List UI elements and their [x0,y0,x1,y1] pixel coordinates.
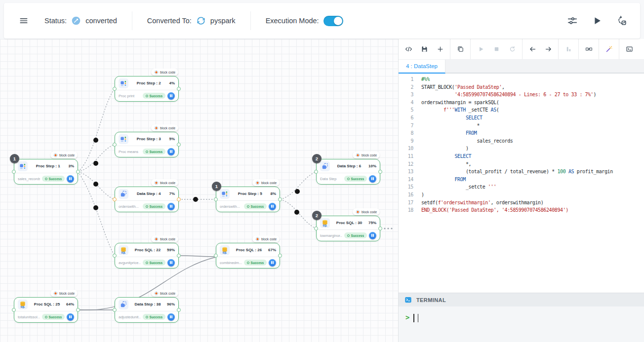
edge-midpoint-dot[interactable] [93,138,98,143]
input-connector[interactable] [113,197,117,201]
tab-datastep[interactable]: 4 : DataStep [399,60,445,74]
graph-canvas[interactable]: 1block codeProc Step : 13%sales_recordsS… [0,39,398,342]
code-editor[interactable]: 1#%%2START_BLOCK('Passed DataStep',3 '4:… [399,74,644,293]
block-code-badge[interactable]: block code [353,208,380,215]
input-connector[interactable] [113,143,117,147]
graph-node-38[interactable]: block codeData Step : 3896%adjustedunit.… [115,297,179,323]
graph-node-25[interactable]: block codeSQLProc SQL : 2564%totalunitss… [14,297,78,323]
block-code-badge[interactable]: block code [151,124,178,131]
block-code-badge[interactable]: block code [50,152,78,158]
output-connector[interactable] [177,308,181,312]
edge-midpoint-dot[interactable] [93,205,98,210]
node-action-button[interactable] [67,313,74,321]
tune-icon[interactable] [567,15,578,26]
code-line[interactable]: 18END_BLOCK('Passed DataStep', '4:585990… [399,206,644,214]
node-action-button[interactable] [269,203,276,210]
block-code-badge[interactable]: block code [151,69,178,76]
block-code-badge[interactable]: block code [151,179,178,186]
code-icon[interactable] [403,44,414,55]
edge-midpoint-dot[interactable] [294,210,299,215]
output-connector[interactable] [278,197,282,201]
input-connector[interactable] [113,308,117,312]
output-connector[interactable] [177,254,181,258]
graph-node-22[interactable]: block codeSQLProc SQL : 2259%avgunitpric… [115,243,179,268]
node-action-button[interactable] [369,175,376,183]
input-connector[interactable] [12,170,16,174]
code-line[interactable]: 11 SELECT [399,152,644,160]
input-connector[interactable] [214,254,218,258]
terminal-header[interactable]: TERMINAL [399,293,644,306]
code-line[interactable]: 6 SELECT [399,114,644,122]
input-connector[interactable] [113,254,117,258]
input-connector[interactable] [314,170,318,174]
graph-node-3[interactable]: block codeProc Step : 35%Proc meansSucce… [115,132,179,157]
block-code-badge[interactable]: block code [50,290,78,297]
copy-icon[interactable] [455,44,466,55]
graph-node-2[interactable]: block codeProc Step : 24%Proc printSucce… [115,76,179,102]
code-line[interactable]: 12 *, [399,160,644,168]
input-connector[interactable] [214,197,218,201]
code-line[interactable]: 4orderswithmargin = sparkSQL( [399,99,644,107]
code-line[interactable]: 14 FROM [399,176,644,184]
input-connector[interactable] [12,308,16,312]
block-code-badge[interactable]: block code [151,235,178,242]
execution-mode-toggle[interactable] [323,16,343,26]
code-line[interactable]: 16) [399,191,644,199]
output-connector[interactable] [378,227,382,230]
add-icon[interactable] [435,44,445,55]
block-code-badge[interactable]: block code [151,290,178,297]
edge-midpoint-dot[interactable] [93,161,98,166]
node-action-button[interactable] [167,259,175,266]
svg-text:SQL: SQL [322,225,327,227]
graph-node-30[interactable]: 2block codeSQLProc SQL : 3075%lowmargino… [316,216,380,241]
arrow-right-icon[interactable] [543,44,554,55]
code-line[interactable]: 15 _setcte ''' [399,183,644,191]
node-action-button[interactable] [369,232,376,239]
terminal-icon[interactable] [624,44,635,55]
menu-icon[interactable] [19,16,29,26]
graph-node-6[interactable]: 2block codeData Step : 610%Data StepSucc… [316,159,380,185]
output-connector[interactable] [378,170,382,174]
code-line[interactable]: 8 FROM [399,129,644,137]
output-connector[interactable] [76,308,80,312]
block-code-badge[interactable]: block code [252,179,280,186]
code-line[interactable]: 7 * [399,122,644,130]
output-connector[interactable] [177,87,181,91]
node-action-button[interactable] [167,148,175,155]
code-line[interactable]: 13 (total_profit / total_revenue) * 100 … [399,168,644,176]
input-connector[interactable] [314,227,318,230]
output-connector[interactable] [76,170,80,174]
magic-wand-icon[interactable] [604,44,614,55]
output-connector[interactable] [177,197,181,201]
node-action-button[interactable] [167,203,175,210]
save-icon[interactable] [419,44,430,55]
code-line[interactable]: 9 sales_records [399,137,644,145]
edge-midpoint-dot[interactable] [193,197,198,202]
node-action-button[interactable] [167,313,175,321]
graph-node-26[interactable]: block codeSQLProc SQL : 2667%combinedm..… [216,243,280,268]
graph-node-5[interactable]: 1block codeProc Step : 58%orderswith...S… [216,187,280,212]
node-action-button[interactable] [67,175,74,183]
graph-node-4[interactable]: block codeData Step : 47%orderswith...Su… [115,187,179,212]
output-connector[interactable] [278,254,282,258]
layout-icon[interactable] [616,15,627,26]
graph-node-1[interactable]: 1block codeProc Step : 13%sales_recordsS… [14,159,78,185]
code-line[interactable]: 17setdf(f'orderswithmargin', orderswithm… [399,199,644,207]
code-line[interactable]: 10 ) [399,145,644,152]
node-action-button[interactable] [269,259,276,266]
code-line[interactable]: 3 '4:5859907074586240894 - Lines: 6 - 27… [399,91,644,99]
block-code-badge[interactable]: block code [353,152,380,158]
output-connector[interactable] [177,143,181,147]
node-action-button[interactable] [167,92,175,100]
run-icon[interactable] [592,15,603,26]
edge-midpoint-dot[interactable] [295,189,300,194]
code-line[interactable]: 2START_BLOCK('Passed DataStep', [399,83,644,91]
block-code-badge[interactable]: block code [252,235,280,242]
edge-midpoint-dot[interactable] [93,182,98,187]
arrow-left-icon[interactable] [527,44,538,55]
compare-icon[interactable] [583,44,594,55]
code-line[interactable]: 1#%% [399,76,644,83]
input-connector[interactable] [113,87,117,91]
terminal-body[interactable]: > [399,306,644,342]
code-line[interactable]: 5 f'''WITH _setCTE AS( [399,106,644,114]
